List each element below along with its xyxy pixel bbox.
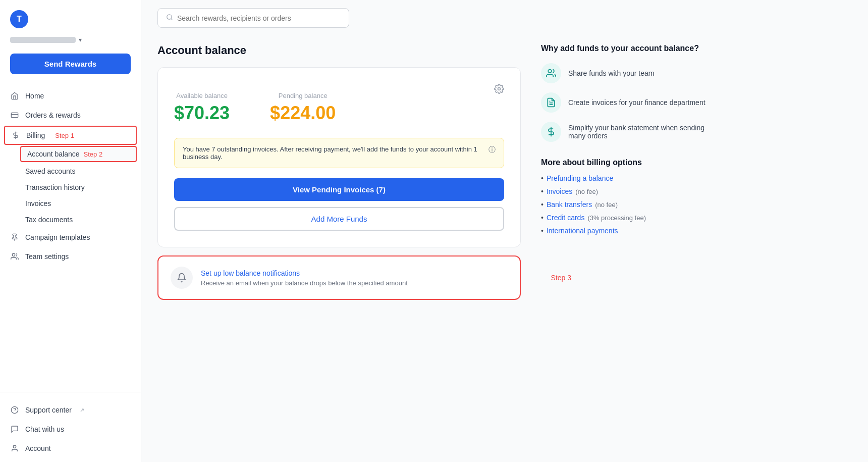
chat-icon — [10, 425, 19, 434]
sidebar-label-transaction-history: Transaction history — [25, 183, 85, 191]
feature-invoice-text: Create invoices for your finance departm… — [568, 98, 706, 107]
notification-description: Receive an email when your balance drops… — [201, 279, 408, 287]
billing-option-invoices: • Invoices (no fee) — [541, 187, 713, 195]
sidebar-item-home[interactable]: Home — [0, 86, 141, 106]
sidebar-label-chat: Chat with us — [25, 425, 64, 433]
dollar-icon — [11, 131, 20, 140]
feature-simplify: Simplify your bank statement when sendin… — [541, 122, 713, 142]
pending-value: $224.00 — [270, 102, 336, 124]
sidebar-item-campaign[interactable]: Campaign templates — [0, 228, 141, 247]
notification-text: Set up low balance notifications Receive… — [201, 269, 408, 287]
pending-balance: Pending balance $224.00 — [270, 92, 336, 124]
svg-point-11 — [548, 70, 552, 73]
invoices-link[interactable]: Invoices — [547, 187, 572, 195]
sidebar-item-billing[interactable]: Billing Step 1 — [4, 126, 137, 145]
pin-icon — [10, 233, 19, 242]
step2-badge: Step 2 — [84, 150, 103, 158]
available-balance: Available balance $70.23 — [174, 92, 230, 124]
home-icon — [10, 91, 19, 100]
sidebar-label-team: Team settings — [25, 252, 69, 261]
view-invoices-button[interactable]: View Pending Invoices (7) — [174, 178, 504, 201]
content-area: Account balance Available balance $70.23 — [141, 36, 868, 462]
bank-note: (no fee) — [595, 201, 618, 209]
pending-label: Pending balance — [270, 92, 336, 99]
step3-badge: Step 3 — [551, 274, 571, 282]
logo: T — [10, 10, 28, 28]
billing-option-bank: • Bank transfers (no fee) — [541, 200, 713, 209]
step1-badge: Step 1 — [55, 132, 74, 139]
sidebar-item-account-balance[interactable]: Account balance Step 2 — [20, 146, 137, 162]
sidebar-label-campaign: Campaign templates — [25, 233, 90, 241]
card-icon — [10, 111, 19, 120]
billing-option-international: • International payments — [541, 227, 713, 235]
simplify-icon — [541, 122, 561, 142]
sidebar-item-orders[interactable]: Orders & rewards — [0, 106, 141, 125]
svg-point-4 — [12, 253, 15, 256]
settings-gear-button[interactable] — [494, 84, 504, 96]
svg-point-10 — [498, 88, 501, 90]
bell-icon — [171, 267, 193, 289]
sidebar-label-tax-documents: Tax documents — [25, 216, 73, 224]
prefunding-link[interactable]: Prefunding a balance — [547, 174, 613, 182]
main-content: Account balance Available balance $70.23 — [141, 0, 868, 462]
sidebar-item-tax-documents[interactable]: Tax documents — [0, 212, 141, 228]
billing-option-credit: • Credit cards (3% processing fee) — [541, 214, 713, 222]
search-input[interactable] — [177, 14, 341, 22]
sidebar-item-team[interactable]: Team settings — [0, 247, 141, 266]
sidebar-label-orders: Orders & rewards — [25, 111, 81, 119]
sidebar-label-invoices: Invoices — [25, 199, 51, 208]
billing-option-prefunding: • Prefunding a balance — [541, 174, 713, 182]
sidebar-label-saved-accounts: Saved accounts — [25, 167, 76, 175]
chevron-down-icon: ▾ — [79, 36, 82, 43]
sidebar-item-account[interactable]: Account — [0, 439, 141, 458]
feature-invoice: Create invoices for your finance departm… — [541, 92, 713, 113]
sidebar-label-billing: Billing — [26, 131, 45, 139]
main-panel: Account balance Available balance $70.23 — [157, 44, 521, 446]
billing-subnav: Account balance Step 2 Saved accounts Tr… — [0, 146, 141, 228]
sidebar-item-chat[interactable]: Chat with us — [0, 420, 141, 439]
balance-row: Available balance $70.23 Pending balance… — [174, 92, 494, 124]
org-selector[interactable]: ▾ — [10, 36, 131, 43]
external-link-icon: ↗ — [80, 407, 84, 414]
right-panel: Why add funds to your account balance? S… — [541, 44, 713, 446]
invoices-note: (no fee) — [575, 188, 598, 195]
notification-title: Set up low balance notifications — [201, 269, 408, 277]
sidebar-item-transaction-history[interactable]: Transaction history — [0, 179, 141, 195]
search-bar[interactable] — [157, 8, 349, 28]
feature-share-text: Share funds with your team — [568, 69, 654, 77]
international-link[interactable]: International payments — [547, 227, 618, 235]
svg-point-7 — [13, 445, 16, 448]
available-value: $70.23 — [174, 102, 230, 124]
why-title: Why add funds to your account balance? — [541, 44, 713, 53]
people-icon — [10, 252, 19, 261]
main-nav: Home Orders & rewards Billing Step 1 Acc… — [0, 86, 141, 392]
svg-point-8 — [167, 15, 172, 19]
svg-line-9 — [171, 19, 173, 20]
sidebar: T ▾ Send Rewards Home Orders & rewards B… — [0, 0, 141, 462]
info-icon: ⓘ — [489, 145, 496, 155]
available-label: Available balance — [174, 92, 230, 99]
share-funds-icon — [541, 63, 561, 83]
feature-simplify-text: Simplify your bank statement when sendin… — [568, 124, 713, 140]
send-rewards-button[interactable]: Send Rewards — [10, 54, 131, 74]
sidebar-label-support: Support center — [25, 406, 72, 414]
billing-options-title: More about billing options — [541, 158, 713, 167]
balance-card: Available balance $70.23 Pending balance… — [157, 67, 521, 247]
add-funds-button[interactable]: Add More Funds — [174, 207, 504, 231]
credit-note: (3% processing fee) — [587, 214, 646, 222]
logo-area: T — [0, 0, 141, 36]
feature-share: Share funds with your team — [541, 63, 713, 83]
sidebar-item-saved-accounts[interactable]: Saved accounts — [0, 163, 141, 179]
page-title: Account balance — [157, 44, 521, 57]
credit-cards-link[interactable]: Credit cards — [547, 214, 584, 222]
bank-transfers-link[interactable]: Bank transfers — [547, 200, 592, 209]
support-icon — [10, 405, 19, 415]
sidebar-item-support[interactable]: Support center ↗ — [0, 400, 141, 420]
notification-card[interactable]: Set up low balance notifications Receive… — [157, 255, 521, 300]
invoice-icon — [541, 92, 561, 113]
sidebar-label-account: Account — [25, 444, 51, 452]
notice-text: You have 7 outstanding invoices. After r… — [183, 145, 485, 161]
sidebar-bottom: Support center ↗ Chat with us Account — [0, 392, 141, 462]
sidebar-item-invoices[interactable]: Invoices — [0, 195, 141, 212]
org-name — [10, 37, 76, 43]
